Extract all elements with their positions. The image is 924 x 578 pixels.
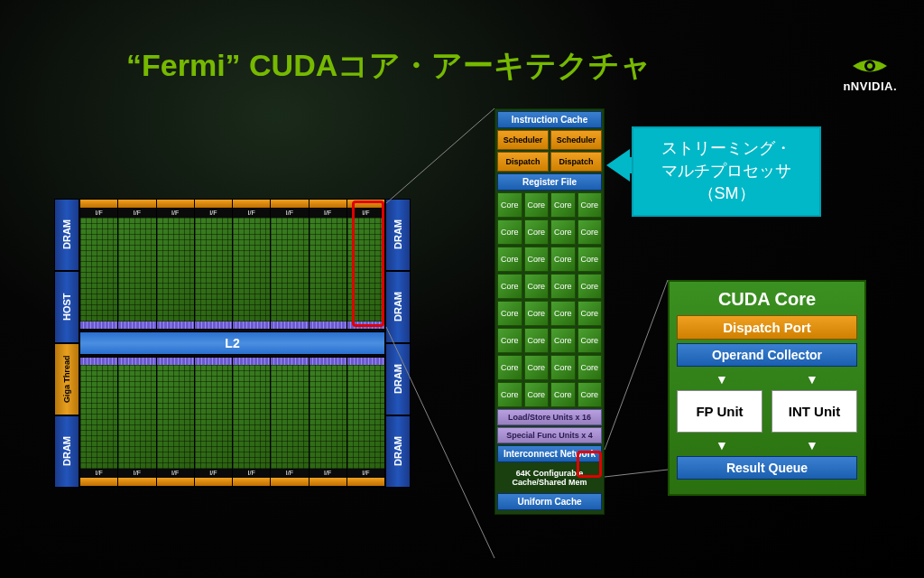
core-cell: Core bbox=[524, 192, 550, 218]
sm-block: I/F bbox=[310, 358, 347, 487]
arrow-down-icon: ▼ bbox=[806, 372, 818, 387]
sm-row-bottom: I/FI/FI/FI/FI/FI/FI/FI/F bbox=[79, 357, 385, 488]
sm-block: I/F bbox=[271, 358, 309, 487]
core-cell: Core bbox=[550, 192, 576, 218]
core-cell: Core bbox=[497, 274, 522, 299]
cache-shared-mem: 64K ConfigurableCache/Shared Mem bbox=[497, 464, 602, 491]
sm-block: I/F bbox=[233, 200, 271, 329]
svg-line-4 bbox=[605, 280, 668, 450]
sm-block: I/F bbox=[80, 200, 118, 329]
callout-line: ストリーミング・ bbox=[639, 137, 814, 160]
nvidia-logo-text: nNVIDIA. bbox=[843, 79, 897, 93]
sm-block: I/F bbox=[347, 358, 384, 487]
svg-line-5 bbox=[605, 470, 668, 477]
core-cell: Core bbox=[550, 301, 576, 326]
load-store-units: Load/Store Units x 16 bbox=[497, 409, 602, 425]
chip-right-labels: DRAM DRAM DRAM DRAM bbox=[385, 199, 411, 488]
arrow-down-icon: ▼ bbox=[716, 372, 728, 387]
core-cell: Core bbox=[497, 355, 522, 380]
core-cell: Core bbox=[497, 301, 522, 326]
sm-diagram: Instruction Cache Scheduler Scheduler Di… bbox=[494, 108, 605, 515]
core-cell: Core bbox=[550, 328, 576, 353]
dram-label: DRAM bbox=[54, 199, 79, 271]
arrow-down-icon: ▼ bbox=[716, 438, 728, 452]
chip-left-labels: DRAM HOST Giga Thread DRAM bbox=[54, 199, 79, 488]
operand-collector: Operand Collector bbox=[677, 343, 857, 367]
core-cell: Core bbox=[550, 247, 576, 272]
sm-block: I/F bbox=[80, 358, 118, 487]
dispatch: Dispatch bbox=[497, 152, 549, 172]
svg-point-1 bbox=[867, 63, 873, 69]
scheduler: Scheduler bbox=[550, 130, 602, 150]
dram-label: DRAM bbox=[385, 271, 411, 343]
core-cell: Core bbox=[497, 328, 522, 353]
core-cell: Core bbox=[578, 301, 603, 326]
register-file: Register File bbox=[497, 173, 602, 191]
callout-line: （SM） bbox=[639, 182, 814, 205]
sm-block: I/F bbox=[233, 358, 271, 487]
core-cell: Core bbox=[550, 355, 576, 380]
sm-block: I/F bbox=[157, 200, 195, 329]
core-cell: Core bbox=[524, 328, 550, 353]
cuda-core-title: CUDA Core bbox=[677, 289, 857, 310]
core-cell: Core bbox=[578, 219, 603, 245]
core-cell: Core bbox=[497, 219, 522, 245]
core-cell: Core bbox=[578, 382, 603, 407]
dram-label: DRAM bbox=[385, 343, 411, 415]
core-cell: Core bbox=[524, 382, 550, 407]
sm-block: I/F bbox=[195, 200, 233, 329]
sm-block: I/F bbox=[195, 358, 233, 487]
interconnect: Interconnect Network bbox=[497, 445, 602, 462]
sm-callout: ストリーミング・ マルチプロセッサ （SM） bbox=[632, 126, 821, 217]
uniform-cache: Uniform Cache bbox=[497, 493, 602, 510]
sm-block: I/F bbox=[118, 200, 156, 329]
scheduler-pair: Scheduler Scheduler bbox=[497, 130, 602, 150]
svg-line-2 bbox=[386, 108, 494, 203]
core-cell: Core bbox=[550, 274, 576, 299]
instruction-cache: Instruction Cache bbox=[497, 111, 602, 128]
dispatch-port: Dispatch Port bbox=[677, 315, 857, 340]
callout-line: マルチプロセッサ bbox=[639, 160, 814, 182]
page-title: “Fermi” CUDAコア・アーキテクチャ bbox=[126, 45, 651, 87]
core-grid: CoreCoreCoreCoreCoreCoreCoreCoreCoreCore… bbox=[497, 192, 602, 407]
gpu-chip-diagram: DRAM HOST Giga Thread DRAM I/FI/FI/FI/FI… bbox=[54, 199, 411, 488]
chip-center: I/FI/FI/FI/FI/FI/FI/FI/F L2 I/FI/FI/FI/F… bbox=[79, 199, 385, 488]
core-cell: Core bbox=[550, 219, 576, 245]
core-cell: Core bbox=[578, 328, 603, 353]
core-cell: Core bbox=[497, 247, 522, 272]
core-cell: Core bbox=[578, 355, 603, 380]
core-cell: Core bbox=[497, 382, 522, 407]
sm-block: I/F bbox=[347, 200, 384, 329]
fp-unit: FP Unit bbox=[677, 390, 762, 433]
gigathread-label: Giga Thread bbox=[54, 343, 79, 415]
nvidia-eye-icon bbox=[851, 54, 889, 78]
sm-block: I/F bbox=[271, 200, 309, 329]
sm-block: I/F bbox=[118, 358, 156, 487]
core-cell: Core bbox=[524, 301, 550, 326]
host-label: HOST bbox=[54, 271, 79, 343]
core-cell: Core bbox=[524, 355, 550, 380]
core-cell: Core bbox=[524, 219, 550, 245]
dispatch-pair: Dispatch Dispatch bbox=[497, 152, 602, 172]
sm-row-top: I/FI/FI/FI/FI/FI/FI/FI/F bbox=[79, 199, 385, 330]
core-cell: Core bbox=[497, 192, 522, 218]
core-cell: Core bbox=[578, 192, 603, 218]
dram-label: DRAM bbox=[385, 199, 411, 271]
dispatch: Dispatch bbox=[550, 152, 602, 172]
core-cell: Core bbox=[524, 247, 550, 272]
int-unit: INT Unit bbox=[772, 390, 857, 433]
l2-cache: L2 bbox=[79, 331, 385, 355]
core-cell: Core bbox=[524, 274, 550, 299]
sfu: Special Func Units x 4 bbox=[497, 427, 602, 443]
sm-block: I/F bbox=[310, 200, 347, 329]
core-cell: Core bbox=[550, 382, 576, 407]
arrow-down-icon: ▼ bbox=[806, 438, 818, 452]
scheduler: Scheduler bbox=[497, 130, 549, 150]
core-cell: Core bbox=[578, 247, 603, 272]
dram-label: DRAM bbox=[54, 415, 79, 488]
result-queue: Result Queue bbox=[677, 456, 857, 480]
dram-label: DRAM bbox=[385, 415, 411, 488]
arrow-left-icon bbox=[606, 149, 630, 182]
nvidia-logo: nNVIDIA. bbox=[843, 54, 897, 93]
cuda-core-diagram: CUDA Core Dispatch Port Operand Collecto… bbox=[668, 280, 866, 496]
